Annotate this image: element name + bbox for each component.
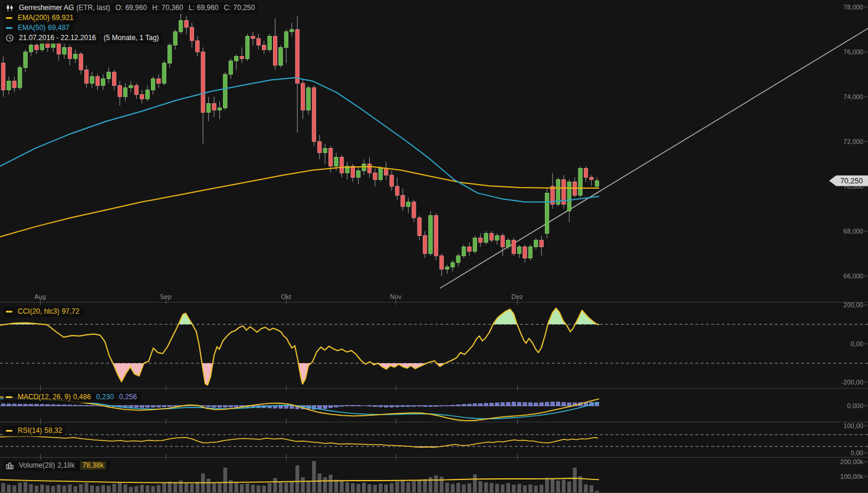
candle[interactable] — [534, 238, 538, 249]
candle[interactable] — [7, 77, 11, 94]
candle[interactable] — [590, 175, 593, 186]
candle[interactable] — [551, 173, 554, 209]
candle[interactable] — [540, 236, 543, 256]
candle[interactable] — [168, 43, 172, 68]
ema50-legend[interactable]: EMA(50) 69,487 — [4, 23, 73, 34]
main-legend[interactable]: Gerresheimer AG (ETR, last) O:69,960 H:7… — [4, 3, 258, 14]
candle[interactable] — [523, 245, 527, 262]
candle[interactable] — [190, 23, 193, 48]
candle[interactable] — [63, 43, 66, 59]
candle[interactable] — [307, 86, 310, 114]
candle[interactable] — [346, 162, 349, 179]
candle[interactable] — [473, 236, 476, 254]
candle[interactable] — [395, 178, 399, 200]
candle[interactable] — [373, 169, 377, 186]
candle[interactable] — [273, 18, 277, 70]
candle[interactable] — [123, 83, 127, 101]
candle[interactable] — [229, 58, 232, 78]
candle[interactable] — [251, 32, 255, 45]
candle[interactable] — [440, 254, 443, 276]
candle[interactable] — [240, 47, 244, 63]
candle[interactable] — [290, 23, 294, 37]
candle[interactable] — [90, 72, 94, 88]
price-pane[interactable] — [0, 9, 868, 288]
candle[interactable] — [412, 200, 416, 222]
candle[interactable] — [489, 231, 493, 242]
candle[interactable] — [434, 213, 438, 261]
candle[interactable] — [384, 162, 388, 179]
candle[interactable] — [512, 238, 515, 255]
candle[interactable] — [57, 41, 60, 61]
trendline[interactable] — [440, 28, 868, 288]
volume-legend[interactable]: Volume(28) 2,18k 78,38k — [4, 461, 110, 471]
candle[interactable] — [406, 198, 410, 213]
candle[interactable] — [151, 77, 154, 94]
candle[interactable] — [173, 29, 177, 50]
candle[interactable] — [379, 166, 382, 182]
candle[interactable] — [206, 97, 210, 121]
candle[interactable] — [157, 74, 160, 88]
candle[interactable] — [262, 41, 266, 54]
candle[interactable] — [223, 72, 227, 110]
candle[interactable] — [84, 65, 88, 88]
candle[interactable] — [390, 170, 393, 190]
candle[interactable] — [423, 231, 426, 258]
chart-canvas[interactable]: 78,00076,00074,00072,00070,00068,00066,0… — [0, 0, 868, 493]
candle[interactable] — [146, 86, 149, 101]
candle[interactable] — [462, 245, 465, 258]
candle[interactable] — [318, 135, 321, 160]
candle[interactable] — [1, 57, 5, 97]
candle[interactable] — [185, 16, 188, 34]
candle[interactable] — [595, 178, 599, 189]
candle[interactable] — [340, 155, 343, 178]
rsi-pane[interactable] — [0, 436, 598, 448]
candle[interactable] — [212, 97, 216, 117]
candle[interactable] — [573, 178, 577, 198]
candle[interactable] — [517, 245, 521, 258]
candle[interactable] — [257, 34, 260, 50]
candle[interactable] — [18, 65, 22, 90]
candle[interactable] — [567, 180, 571, 222]
candle[interactable] — [456, 254, 460, 267]
candle[interactable] — [245, 34, 249, 61]
candle[interactable] — [451, 260, 455, 271]
candle[interactable] — [401, 189, 405, 211]
candle[interactable] — [68, 45, 71, 65]
ema200-legend[interactable]: EMA(200) 69,921 — [4, 13, 77, 24]
candle[interactable] — [578, 166, 582, 198]
date-range-row[interactable]: 21.07.2016 - 22.12.2016 (5 Monate, 1 Tag… — [4, 33, 163, 44]
candle[interactable] — [284, 29, 288, 63]
candle[interactable] — [301, 79, 304, 119]
candle[interactable] — [584, 166, 587, 182]
candle[interactable] — [279, 45, 282, 68]
candle[interactable] — [268, 34, 271, 52]
candle[interactable] — [495, 234, 499, 245]
candle[interactable] — [140, 90, 144, 104]
candle[interactable] — [79, 52, 83, 74]
candle[interactable] — [118, 81, 121, 106]
cci-pane[interactable] — [0, 308, 599, 385]
cci-legend[interactable]: CCI(20, hlc3) 97,72 — [4, 307, 83, 317]
rsi-legend[interactable]: RSI(14) 58,32 — [4, 426, 65, 436]
candle[interactable] — [562, 175, 565, 209]
candle[interactable] — [545, 189, 548, 238]
candle[interactable] — [196, 36, 199, 56]
candle[interactable] — [218, 101, 221, 119]
candle[interactable] — [528, 245, 532, 261]
candle[interactable] — [295, 16, 299, 133]
candle[interactable] — [134, 83, 138, 99]
candle[interactable] — [357, 166, 360, 184]
candle[interactable] — [12, 77, 16, 93]
candle[interactable] — [479, 234, 482, 247]
candle[interactable] — [468, 242, 471, 256]
candle[interactable] — [484, 231, 488, 245]
candle[interactable] — [24, 50, 27, 72]
candle[interactable] — [96, 74, 99, 90]
candle[interactable] — [74, 50, 77, 63]
candle[interactable] — [235, 54, 238, 70]
candle[interactable] — [556, 178, 560, 206]
candle[interactable] — [107, 68, 110, 84]
candle[interactable] — [312, 86, 315, 146]
candle[interactable] — [429, 211, 432, 256]
candle[interactable] — [113, 70, 116, 90]
